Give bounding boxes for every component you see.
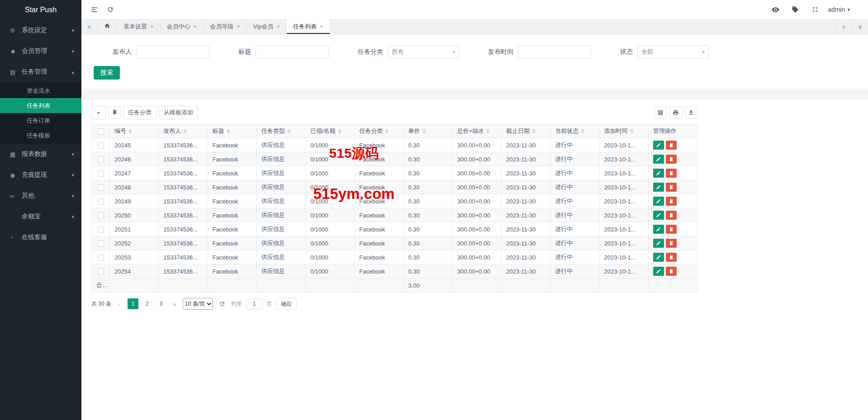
delete-button[interactable] bbox=[666, 155, 677, 164]
sidebar-subitem-task-list[interactable]: 任务列表 bbox=[0, 98, 81, 113]
delete-button[interactable] bbox=[666, 169, 677, 178]
sort-icon[interactable] bbox=[422, 129, 426, 133]
add-button[interactable]: + bbox=[91, 106, 106, 119]
delete-button[interactable] bbox=[666, 225, 677, 234]
category-select[interactable]: 所有 ▾ bbox=[388, 45, 459, 59]
sort-icon[interactable] bbox=[128, 129, 132, 133]
sort-icon[interactable] bbox=[338, 129, 342, 133]
sidebar-subitem-task-templates[interactable]: 任务模板 bbox=[0, 128, 81, 143]
close-tab-icon[interactable]: × bbox=[237, 23, 240, 30]
sidebar-item-recharge-withdraw[interactable]: ◉充值提现▾ bbox=[0, 165, 81, 185]
sidebar-item-report-data[interactable]: ▦报表数据▾ bbox=[0, 144, 81, 165]
publisher-input[interactable] bbox=[136, 45, 209, 59]
edit-button[interactable] bbox=[653, 253, 664, 262]
print-icon[interactable] bbox=[669, 106, 682, 119]
edit-button[interactable] bbox=[653, 141, 664, 150]
tag-icon[interactable] bbox=[788, 2, 802, 17]
close-tab-icon[interactable]: × bbox=[150, 23, 154, 30]
tab-task-list[interactable]: 任务列表× bbox=[287, 19, 330, 34]
page-number-button[interactable]: 2 bbox=[142, 298, 152, 309]
edit-button[interactable] bbox=[653, 267, 664, 276]
tab-member-level[interactable]: 会员等级× bbox=[204, 19, 247, 34]
delete-button[interactable] bbox=[666, 183, 677, 192]
pagination-refresh-icon[interactable] bbox=[217, 299, 227, 309]
sidebar-item-task-management[interactable]: ▤任务管理▴ bbox=[0, 61, 81, 82]
columns-icon[interactable] bbox=[654, 106, 667, 119]
sort-icon[interactable] bbox=[385, 129, 389, 133]
close-tab-icon[interactable]: × bbox=[276, 23, 280, 30]
close-tab-icon[interactable]: × bbox=[320, 23, 323, 30]
delete-button[interactable] bbox=[666, 267, 677, 276]
column-header[interactable]: 总价+抽水 bbox=[452, 124, 501, 138]
sidebar-item-online-service[interactable]: ◔在线客服 bbox=[0, 227, 81, 248]
search-button[interactable]: 搜索 bbox=[94, 66, 120, 80]
column-header[interactable]: 当前状态 bbox=[550, 124, 599, 138]
sidebar-item-yuebao[interactable]: 余额宝▾ bbox=[0, 206, 81, 227]
column-header[interactable]: 已领/名额 bbox=[306, 124, 355, 138]
tabs-scroll-left-icon[interactable]: « bbox=[81, 19, 98, 34]
page-number-button[interactable]: 3 bbox=[156, 298, 166, 309]
confirm-button[interactable]: 确定 bbox=[276, 298, 297, 310]
row-checkbox[interactable] bbox=[98, 255, 104, 261]
column-header[interactable]: 任务类型 bbox=[256, 124, 305, 138]
edit-button[interactable] bbox=[653, 169, 664, 178]
sidebar-item-member-management[interactable]: ☻会员管理▾ bbox=[0, 41, 81, 61]
sort-icon[interactable] bbox=[581, 129, 584, 133]
row-checkbox[interactable] bbox=[98, 142, 104, 149]
column-header[interactable]: 标题 bbox=[208, 124, 256, 138]
prev-page-button[interactable]: ‹ bbox=[115, 300, 123, 308]
delete-selected-button[interactable] bbox=[108, 106, 121, 119]
sidebar-item-others[interactable]: ∞其他▾ bbox=[0, 185, 81, 206]
edit-button[interactable] bbox=[653, 225, 664, 234]
sidebar-subitem-task-orders[interactable]: 任务订单 bbox=[0, 113, 81, 128]
sort-icon[interactable] bbox=[227, 129, 230, 133]
delete-button[interactable] bbox=[666, 141, 677, 150]
add-from-template-button[interactable]: 从模板添加 bbox=[159, 106, 198, 119]
fullscreen-icon[interactable] bbox=[808, 2, 822, 17]
row-checkbox[interactable] bbox=[98, 241, 104, 247]
title-input[interactable] bbox=[256, 45, 329, 59]
column-header[interactable]: 添加时间 bbox=[599, 124, 648, 138]
delete-button[interactable] bbox=[666, 211, 677, 220]
tab-member-center[interactable]: 会员中心× bbox=[161, 19, 204, 34]
edit-button[interactable] bbox=[653, 155, 664, 164]
sidebar-subitem-funds-flow[interactable]: 资金流水 bbox=[0, 83, 81, 98]
row-checkbox[interactable] bbox=[98, 198, 104, 205]
menu-collapse-icon[interactable] bbox=[87, 2, 101, 17]
edit-button[interactable] bbox=[653, 183, 664, 192]
row-checkbox[interactable] bbox=[98, 184, 104, 191]
tabs-scroll-right-icon[interactable]: » bbox=[835, 19, 852, 34]
column-header[interactable]: 任务分类 bbox=[355, 124, 403, 138]
refresh-icon[interactable] bbox=[103, 2, 118, 17]
delete-button[interactable] bbox=[666, 239, 677, 248]
tabs-menu-icon[interactable]: ∨ bbox=[852, 19, 868, 34]
column-header[interactable]: 单价 bbox=[403, 124, 452, 138]
edit-button[interactable] bbox=[653, 211, 664, 220]
edit-button[interactable] bbox=[653, 197, 664, 206]
eye-icon[interactable] bbox=[768, 2, 783, 17]
delete-button[interactable] bbox=[666, 253, 677, 262]
column-header[interactable]: 编号 bbox=[110, 124, 159, 138]
sidebar-item-system-settings[interactable]: ⚙系统设定▾ bbox=[0, 20, 81, 41]
delete-button[interactable] bbox=[666, 197, 677, 206]
row-checkbox[interactable] bbox=[98, 269, 104, 275]
column-header[interactable]: 截止日期 bbox=[502, 124, 550, 138]
sort-icon[interactable] bbox=[287, 129, 291, 133]
row-checkbox[interactable] bbox=[98, 156, 104, 163]
tab-home[interactable] bbox=[98, 19, 117, 34]
goto-page-input[interactable] bbox=[246, 298, 262, 309]
sort-icon[interactable] bbox=[486, 129, 490, 133]
task-category-button[interactable]: 任务分类 bbox=[123, 106, 157, 119]
select-all-checkbox[interactable] bbox=[98, 128, 104, 135]
edit-button[interactable] bbox=[653, 239, 664, 248]
sort-icon[interactable] bbox=[630, 129, 634, 133]
next-page-button[interactable]: › bbox=[171, 300, 179, 308]
page-number-button[interactable]: 1 bbox=[128, 298, 138, 309]
user-menu[interactable]: admin ▾ bbox=[828, 6, 850, 13]
status-select[interactable]: 全部 ▾ bbox=[637, 45, 709, 59]
tab-basic-settings[interactable]: 基本设置× bbox=[117, 19, 161, 34]
row-checkbox[interactable] bbox=[98, 170, 104, 177]
close-tab-icon[interactable]: × bbox=[194, 23, 197, 30]
row-checkbox[interactable] bbox=[98, 227, 104, 233]
publish-time-input[interactable] bbox=[518, 45, 591, 59]
